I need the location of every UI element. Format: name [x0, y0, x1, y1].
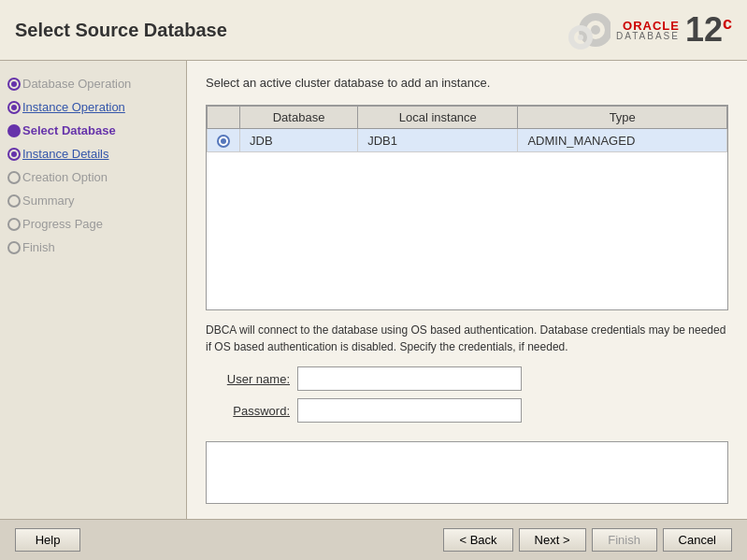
svg-point-3 — [578, 35, 583, 40]
row-type: ADMIN_MANAGED — [518, 129, 727, 152]
step-indicator-instance-details — [7, 148, 21, 161]
gear-icon — [554, 9, 611, 50]
oracle-version: 12c — [685, 13, 732, 47]
credentials-form: User name: Password: — [206, 366, 728, 430]
info-text: DBCA will connect to the database using … — [206, 322, 728, 355]
sidebar-item-database-operation: Database Operation — [0, 72, 186, 95]
sidebar-item-progress-page: Progress Page — [0, 212, 186, 236]
col-header-local-instance: Local instance — [358, 107, 518, 129]
page-title: Select Source Database — [15, 20, 227, 41]
row-radio-cell[interactable] — [208, 129, 240, 152]
sidebar-item-instance-operation[interactable]: Instance Operation — [0, 95, 186, 119]
database-table: Database Local instance Type JDB JDB1 AD… — [207, 106, 727, 152]
username-input[interactable] — [297, 366, 522, 391]
radio-button[interactable] — [217, 135, 230, 148]
oracle-text: ORACLE DATABASE — [616, 20, 680, 41]
oracle-brand: ORACLE — [623, 20, 680, 32]
password-input[interactable] — [297, 398, 522, 423]
sidebar-item-summary: Summary — [0, 189, 186, 212]
oracle-logo: ORACLE DATABASE 12c — [554, 9, 732, 50]
sidebar: Database Operation Instance Operation Se… — [0, 61, 187, 519]
col-header-database: Database — [240, 107, 358, 129]
sidebar-item-finish: Finish — [0, 236, 186, 259]
gear-area — [554, 9, 611, 50]
table-row[interactable]: JDB JDB1 ADMIN_MANAGED — [208, 129, 727, 152]
main-layout: Database Operation Instance Operation Se… — [0, 61, 747, 519]
version-area: 12c — [685, 13, 732, 47]
username-label: User name: — [206, 372, 290, 386]
step-indicator-instance-operation — [7, 101, 21, 114]
sidebar-item-instance-details[interactable]: Instance Details — [0, 142, 186, 165]
help-button[interactable]: Help — [15, 528, 80, 552]
content-description: Select an active cluster database to add… — [206, 76, 728, 90]
svg-point-1 — [591, 25, 600, 35]
step-indicator-database-operation — [7, 78, 21, 91]
username-row: User name: — [206, 366, 728, 391]
content-area: Select an active cluster database to add… — [187, 61, 747, 519]
row-local-instance: JDB1 — [358, 129, 518, 152]
step-indicator-select-database — [7, 124, 21, 137]
col-header-select — [208, 107, 240, 129]
footer: Help < Back Next > Finish Cancel — [0, 519, 747, 560]
finish-button[interactable]: Finish — [592, 528, 657, 552]
step-indicator-creation-option — [7, 171, 21, 184]
oracle-product: DATABASE — [616, 32, 680, 41]
next-button[interactable]: Next > — [519, 528, 586, 552]
footer-left: Help — [15, 528, 80, 552]
password-row: Password: — [206, 398, 728, 423]
message-area — [206, 441, 728, 504]
sidebar-item-creation-option: Creation Option — [0, 165, 186, 189]
step-indicator-finish — [7, 241, 21, 254]
step-indicator-summary — [7, 194, 21, 208]
database-table-container: Database Local instance Type JDB JDB1 AD… — [206, 105, 728, 310]
step-indicator-progress-page — [7, 218, 21, 231]
cancel-button[interactable]: Cancel — [663, 528, 732, 552]
col-header-type: Type — [518, 107, 727, 129]
password-label: Password: — [206, 404, 290, 418]
row-database: JDB — [240, 129, 358, 152]
footer-right: < Back Next > Finish Cancel — [443, 528, 732, 552]
header: Select Source Database ORACLE DATABASE 1… — [0, 0, 747, 61]
sidebar-item-select-database: Select Database — [0, 119, 186, 142]
back-button[interactable]: < Back — [443, 528, 512, 552]
